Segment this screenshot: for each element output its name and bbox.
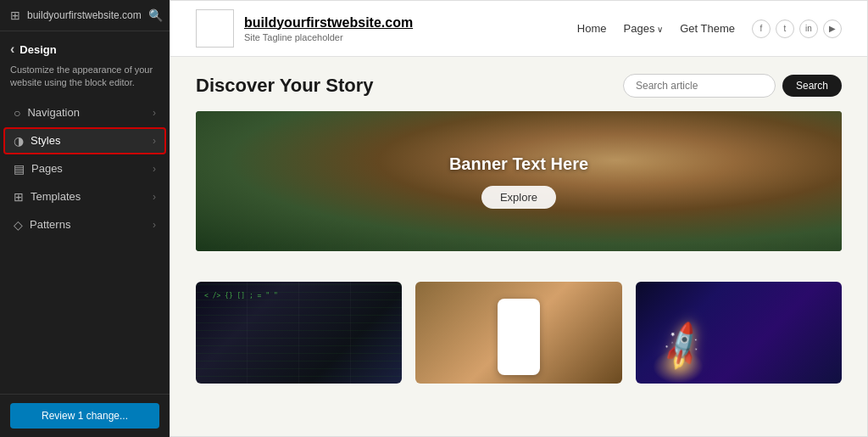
templates-label: Templates — [31, 190, 81, 203]
sidebar: ⊞ buildyourfirstwebsite.com 🔍 ‹ Design C… — [0, 0, 170, 437]
nav-menu: Home Pages Get Theme f t in ▶ — [577, 20, 842, 38]
styles-label: Styles — [31, 134, 60, 147]
preview-header: buildyourfirstwebsite.com Site Tagline p… — [170, 1, 867, 57]
sidebar-site-name: buildyourfirstwebsite.com — [27, 9, 142, 21]
search-button[interactable]: Search — [782, 75, 842, 97]
hero-title: Discover Your Story — [196, 75, 373, 97]
sidebar-item-styles[interactable]: ◑ Styles › — [3, 127, 166, 154]
banner-text: Banner Text Here — [449, 154, 588, 174]
sidebar-item-templates[interactable]: ⊞ Templates › — [3, 183, 166, 210]
cards-section — [170, 268, 867, 401]
patterns-icon: ◇ — [14, 218, 23, 232]
nav-pages[interactable]: Pages — [624, 22, 664, 35]
sidebar-description: Customize the appearance of your website… — [0, 60, 170, 98]
social-icon-1[interactable]: f — [752, 20, 771, 38]
social-icon-4[interactable]: ▶ — [823, 20, 842, 38]
patterns-label: Patterns — [30, 218, 70, 231]
sidebar-back: ‹ Design — [0, 31, 170, 60]
hero-section: Discover Your Story Search Banner Text H… — [170, 57, 867, 268]
hero-top: Discover Your Story Search — [196, 74, 842, 98]
templates-chevron-icon: › — [153, 191, 156, 203]
sidebar-header: ⊞ buildyourfirstwebsite.com 🔍 — [0, 0, 170, 31]
site-branding: buildyourfirstwebsite.com Site Tagline p… — [196, 9, 413, 48]
sidebar-item-navigation[interactable]: ○ Navigation › — [3, 99, 166, 126]
styles-icon: ◑ — [14, 134, 24, 148]
nav-home[interactable]: Home — [577, 22, 607, 35]
social-icon-2[interactable]: t — [776, 20, 794, 38]
navigation-label: Navigation — [27, 106, 79, 119]
search-input[interactable] — [623, 74, 776, 98]
sidebar-footer: Review 1 change... — [0, 394, 170, 437]
search-icon[interactable]: 🔍 — [148, 8, 163, 22]
review-changes-button[interactable]: Review 1 change... — [10, 403, 159, 429]
nav-get-theme[interactable]: Get Theme — [680, 22, 735, 35]
social-icon-3[interactable]: in — [799, 20, 818, 38]
templates-icon: ⊞ — [14, 190, 24, 204]
site-title-group: buildyourfirstwebsite.com Site Tagline p… — [244, 15, 413, 42]
sidebar-nav: ○ Navigation › ◑ Styles › ▤ Pages › ⊞ Te… — [0, 98, 170, 394]
main-preview: buildyourfirstwebsite.com Site Tagline p… — [170, 0, 868, 437]
navigation-icon: ○ — [14, 106, 20, 120]
social-icons: f t in ▶ — [752, 20, 842, 38]
styles-chevron-icon: › — [153, 135, 156, 147]
sidebar-item-patterns[interactable]: ◇ Patterns › — [3, 211, 166, 238]
navigation-chevron-icon: › — [153, 107, 156, 119]
pages-label: Pages — [31, 162, 63, 175]
site-logo — [196, 9, 234, 48]
card-rocket[interactable] — [636, 282, 842, 384]
card-phone[interactable] — [415, 282, 621, 384]
site-title: buildyourfirstwebsite.com — [244, 15, 413, 31]
sidebar-item-pages[interactable]: ▤ Pages › — [3, 155, 166, 182]
back-arrow-icon[interactable]: ‹ — [10, 42, 14, 57]
site-tagline: Site Tagline placeholder — [244, 32, 413, 42]
card-code[interactable] — [196, 282, 402, 384]
wordpress-icon: ⊞ — [10, 8, 20, 22]
pages-chevron-icon: › — [153, 163, 156, 175]
design-title: Design — [19, 43, 56, 56]
patterns-chevron-icon: › — [153, 219, 156, 231]
banner-image: Banner Text Here Explore — [196, 111, 842, 251]
explore-button[interactable]: Explore — [481, 186, 556, 209]
pages-icon: ▤ — [14, 162, 25, 176]
search-bar: Search — [623, 74, 842, 98]
